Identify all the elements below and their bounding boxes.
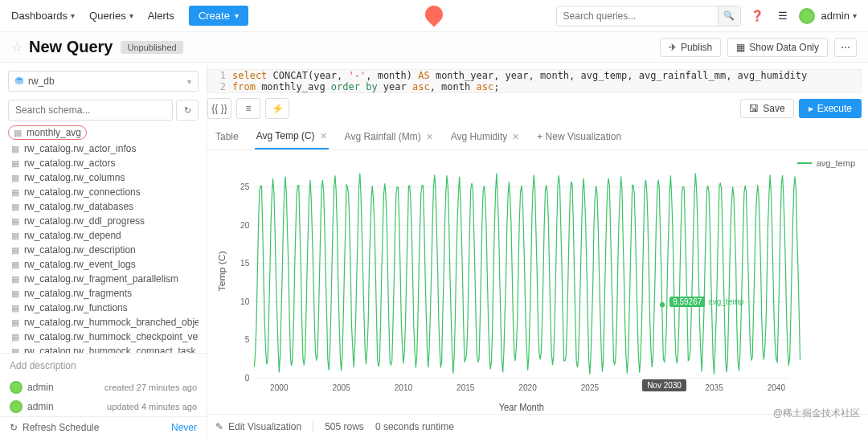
search-input[interactable]: [557, 10, 718, 22]
table-icon: ▦: [11, 202, 19, 212]
table-item[interactable]: ▦rw_catalog.rw_event_logs: [8, 257, 199, 272]
table-icon: ▦: [11, 274, 19, 284]
svg-text:2000: 2000: [270, 383, 288, 393]
help-icon[interactable]: ❓: [747, 6, 767, 26]
execute-button[interactable]: ▸Execute: [799, 99, 862, 118]
create-button[interactable]: Create▾: [189, 6, 248, 26]
svg-text:20: 20: [240, 219, 249, 230]
table-item[interactable]: ▦rw_catalog.rw_ddl_progress: [8, 214, 199, 228]
nav-dashboards[interactable]: Dashboards▾: [11, 10, 75, 22]
refresh-schedule-label: Refresh Schedule: [23, 422, 99, 433]
schema-search-input[interactable]: [8, 100, 173, 121]
play-icon: ▸: [809, 103, 813, 114]
table-item[interactable]: ▦rw_catalog.rw_hummock_branched_objects: [8, 315, 199, 330]
database-icon: ⛃: [15, 76, 23, 87]
send-icon: ✈: [669, 42, 677, 53]
watermark: @稀土掘金技术社区: [773, 407, 860, 420]
table-item[interactable]: ▦rw_catalog.rw_databases: [8, 199, 199, 214]
settings-icon[interactable]: ☰: [773, 6, 792, 26]
table-item[interactable]: ▦rw_catalog.rw_columns: [8, 170, 199, 185]
tab-avg-temp[interactable]: Avg Temp (C)✕: [255, 124, 329, 149]
chart-legend: avg_temp: [797, 158, 855, 168]
tab-avg-humidity[interactable]: Avg Humidity✕: [449, 125, 521, 149]
svg-text:2035: 2035: [705, 383, 723, 393]
table-icon: ▦: [11, 317, 19, 328]
chevron-down-icon: ▾: [853, 11, 857, 20]
status-badge: Unpublished: [121, 41, 182, 54]
table-icon: ▦: [11, 231, 19, 241]
edit-icon: ✎: [215, 421, 223, 432]
close-icon[interactable]: ✕: [512, 132, 519, 142]
tab-table[interactable]: Table: [214, 125, 240, 149]
dots-icon: ⋯: [841, 42, 850, 53]
table-item[interactable]: ▦rw_catalog.rw_depend: [8, 228, 199, 243]
close-icon[interactable]: ✕: [320, 131, 327, 141]
tab-avg-rainfall[interactable]: Avg Rainfall (Mm)✕: [343, 125, 435, 149]
nav-alerts[interactable]: Alerts: [148, 10, 174, 22]
global-search[interactable]: 🔍: [556, 6, 741, 27]
sql-editor[interactable]: 1select CONCAT(year, '-', month) AS mont…: [207, 69, 862, 93]
table-item[interactable]: ▦rw_catalog.rw_hummock_checkpoint_versio…: [8, 330, 199, 344]
add-description[interactable]: Add description: [0, 353, 207, 378]
format-sql-button[interactable]: ≡: [236, 98, 260, 119]
table-icon: ▦: [11, 216, 19, 227]
grid-icon: ▦: [736, 42, 745, 53]
svg-text:2005: 2005: [332, 383, 350, 393]
page-title[interactable]: New Query: [29, 38, 113, 56]
table-icon: ▦: [11, 245, 19, 256]
table-item[interactable]: ▦rw_catalog.rw_actors: [8, 156, 199, 170]
nav-queries[interactable]: Queries▾: [89, 10, 133, 22]
table-item[interactable]: ▦rw_catalog.rw_fragments: [8, 286, 199, 301]
table-icon: ▦: [14, 128, 22, 138]
table-item[interactable]: ▦rw_catalog.rw_fragment_parallelism: [8, 272, 199, 286]
edit-visualization-button[interactable]: ✎Edit Visualization: [215, 421, 301, 432]
autocomplete-button[interactable]: ⚡: [265, 98, 289, 119]
avatar: [799, 8, 815, 24]
svg-text:2025: 2025: [581, 383, 599, 393]
svg-text:2015: 2015: [457, 383, 474, 393]
row-count-label: 505 rows: [325, 421, 364, 432]
table-icon: ▦: [11, 260, 19, 270]
table-item[interactable]: ▦rw_catalog.rw_actor_infos: [8, 141, 199, 156]
chevron-down-icon: ▾: [187, 77, 191, 86]
close-icon[interactable]: ✕: [426, 132, 433, 142]
save-button[interactable]: 🖫Save: [740, 99, 793, 118]
svg-text:Temp (C): Temp (C): [217, 251, 227, 291]
svg-text:2020: 2020: [518, 383, 536, 393]
table-icon: ▦: [11, 332, 19, 342]
svg-text:2010: 2010: [395, 383, 412, 393]
table-item[interactable]: ▦rw_catalog.rw_functions: [8, 301, 199, 315]
show-data-only-button[interactable]: ▦Show Data Only: [727, 38, 828, 57]
table-icon: ▦: [11, 158, 19, 169]
svg-text:5: 5: [245, 334, 250, 345]
database-selector[interactable]: ⛃ rw_db ▾: [8, 71, 199, 92]
table-item[interactable]: ▦rw_catalog.rw_hummock_compact_task_assi…: [8, 344, 199, 353]
more-button[interactable]: ⋯: [834, 38, 857, 57]
table-item[interactable]: ▦rw_catalog.rw_connections: [8, 185, 199, 199]
star-icon[interactable]: ☆: [11, 39, 23, 55]
format-params-button[interactable]: {{ }}: [207, 98, 231, 119]
svg-text:2040: 2040: [768, 383, 785, 393]
svg-text:15: 15: [240, 258, 249, 268]
table-item[interactable]: ▦rw_catalog.rw_description: [8, 243, 199, 257]
table-icon: ▦: [11, 303, 19, 313]
svg-text:Year Month: Year Month: [499, 401, 544, 412]
chart-area[interactable]: avg_temp 0510152025200020052010201520202…: [207, 150, 868, 414]
table-icon: ▦: [11, 187, 19, 198]
chevron-down-icon: ▾: [235, 11, 239, 20]
refresh-schedule-value[interactable]: Never: [171, 422, 197, 433]
search-button[interactable]: 🔍: [718, 6, 740, 26]
avatar: [10, 400, 23, 413]
user-menu[interactable]: admin▾: [821, 10, 857, 22]
publish-button[interactable]: ✈Publish: [660, 38, 721, 57]
table-item[interactable]: ▦monthly_avg: [8, 125, 87, 140]
chart-tooltip-x: Nov 2030: [642, 379, 686, 391]
svg-point-23: [660, 302, 665, 308]
table-icon: ▦: [11, 173, 19, 183]
avatar: [10, 381, 23, 394]
chart-tooltip-value: 9.59267avg_temp: [669, 297, 743, 307]
new-visualization-button[interactable]: + New Visualization: [535, 125, 623, 149]
refresh-icon: ↻: [10, 422, 18, 433]
save-icon: 🖫: [749, 103, 759, 114]
schema-refresh-button[interactable]: ↻: [176, 100, 199, 121]
